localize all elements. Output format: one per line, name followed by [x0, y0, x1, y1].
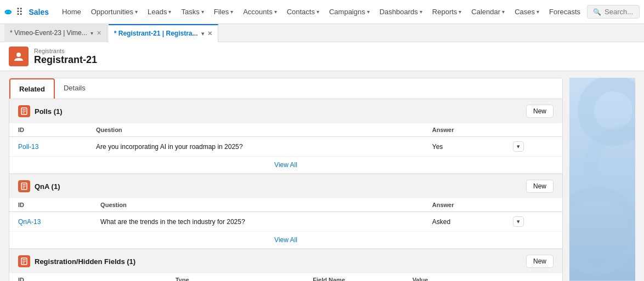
polls-row-answer: Yes	[423, 137, 504, 157]
tab-close-0[interactable]: ✕	[97, 30, 101, 37]
tab-details[interactable]: Details	[55, 78, 94, 99]
polls-new-button[interactable]: New	[526, 105, 553, 118]
registration-section: Registration/Hidden Fields (1) New ID Ty…	[9, 249, 562, 281]
qna-icon	[18, 180, 30, 192]
registration-title: Registration/Hidden Fields (1)	[18, 255, 135, 267]
page-header: Registrants Registrant-21	[0, 42, 644, 71]
polls-view-all-link[interactable]: View All	[274, 161, 297, 169]
page-header-label: Registrants	[34, 48, 97, 54]
decorative-bg	[569, 78, 635, 280]
app-name[interactable]: Sales	[29, 8, 49, 16]
qna-new-button[interactable]: New	[526, 180, 553, 193]
nav-opportunities[interactable]: Opportunities▾	[87, 5, 142, 18]
polls-col-action	[504, 123, 562, 137]
top-nav: ⠿ Sales Home Opportunities▾ Leads▾ Tasks…	[0, 0, 644, 24]
polls-col-question: Question	[87, 123, 423, 137]
tab-chevron-1[interactable]: ▾	[201, 31, 204, 37]
qna-row-action: ▾	[504, 212, 562, 232]
qna-col-action	[504, 198, 562, 212]
table-row: Poll-13 Are you incorporating AI in your…	[9, 137, 562, 157]
qna-row-answer: Asked	[423, 212, 504, 232]
qna-row-id: QnA-13	[9, 212, 92, 232]
tab-related[interactable]: Related	[9, 78, 55, 99]
table-row: QnA-13 What are the trends in the tech i…	[9, 212, 562, 232]
qna-col-id: ID	[9, 198, 92, 212]
page-header-title: Registrant-21	[34, 54, 97, 66]
polls-title: Polls (1)	[18, 105, 63, 117]
registration-new-button[interactable]: New	[526, 255, 553, 268]
polls-row-action: ▾	[504, 137, 562, 157]
registration-icon	[18, 255, 30, 267]
qna-section: QnA (1) New ID Question Answer QnA-13	[9, 174, 562, 249]
registrant-icon	[13, 51, 24, 62]
reg-col-id: ID	[9, 273, 167, 281]
reg-col-action	[505, 273, 562, 281]
nav-home[interactable]: Home	[58, 5, 86, 18]
polls-col-id: ID	[9, 123, 87, 137]
qna-title: QnA (1)	[18, 180, 60, 192]
main-content: Related Details Polls (1) N	[0, 71, 644, 281]
view-all-row: View All	[9, 157, 562, 174]
tab-vimeo-event[interactable]: * Vimeo-Event-23 | Vime... ▾ ✕	[4, 24, 108, 42]
qna-section-icon	[20, 182, 28, 190]
app-launcher-icon[interactable]: ⠿	[16, 6, 23, 18]
nav-leads[interactable]: Leads▾	[143, 5, 176, 18]
nav-tasks[interactable]: Tasks▾	[177, 5, 208, 18]
tab-close-1[interactable]: ✕	[207, 30, 212, 37]
qna-section-header: QnA (1) New	[9, 174, 562, 198]
polls-table: ID Question Answer Poll-13 Are you incor…	[9, 123, 562, 174]
polls-id-link[interactable]: Poll-13	[18, 143, 38, 151]
salesforce-logo	[4, 4, 12, 20]
qna-col-answer: Answer	[423, 198, 504, 212]
reg-col-type: Type	[167, 273, 304, 281]
nav-forecasts[interactable]: Forecasts	[545, 5, 585, 18]
polls-row-id: Poll-13	[9, 137, 87, 157]
polls-section: Polls (1) New ID Question Answer Poll-13	[9, 99, 562, 174]
nav-campaigns[interactable]: Campaigns▾	[325, 5, 374, 18]
qna-id-link[interactable]: QnA-13	[18, 218, 41, 226]
content-panel: Related Details Polls (1) N	[9, 78, 563, 281]
tab-registrant[interactable]: * Registrant-21 | Registra... ▾ ✕	[109, 24, 218, 42]
qna-table: ID Question Answer QnA-13 What are the t…	[9, 198, 562, 249]
svg-point-3	[7, 10, 9, 12]
nav-items: Home Opportunities▾ Leads▾ Tasks▾ Files▾…	[58, 5, 585, 18]
search-box[interactable]: 🔍	[587, 5, 640, 19]
polls-section-icon	[20, 107, 28, 115]
right-panel	[569, 78, 635, 281]
tab-bar: * Vimeo-Event-23 | Vime... ▾ ✕ * Registr…	[0, 24, 644, 42]
nav-cases[interactable]: Cases▾	[510, 5, 544, 18]
polls-icon	[18, 105, 30, 117]
content-tabs: Related Details	[9, 78, 562, 99]
polls-row-action-btn[interactable]: ▾	[513, 141, 524, 152]
registration-table: ID Type Field Name Value Registration-Fi…	[9, 273, 562, 281]
reg-col-value: Value	[404, 273, 505, 281]
nav-contacts[interactable]: Contacts▾	[283, 5, 324, 18]
nav-calendar[interactable]: Calendar▾	[467, 5, 509, 18]
tab-chevron-0[interactable]: ▾	[91, 30, 93, 36]
polls-section-header: Polls (1) New	[9, 99, 562, 123]
registration-section-header: Registration/Hidden Fields (1) New	[9, 249, 562, 273]
page-icon	[9, 47, 29, 66]
qna-row-action-btn[interactable]: ▾	[513, 216, 524, 227]
search-icon: 🔍	[593, 8, 601, 16]
registration-section-icon	[20, 257, 28, 265]
nav-accounts[interactable]: Accounts▾	[239, 5, 281, 18]
qna-col-question: Question	[92, 198, 423, 212]
search-input[interactable]	[605, 8, 634, 16]
polls-col-answer: Answer	[423, 123, 504, 137]
view-all-row: View All	[9, 232, 562, 249]
polls-row-question: Are you incorporating AI in your roadmap…	[87, 137, 423, 157]
nav-files[interactable]: Files▾	[210, 5, 238, 18]
qna-view-all-link[interactable]: View All	[274, 236, 297, 244]
page-header-text: Registrants Registrant-21	[34, 48, 97, 66]
qna-row-question: What are the trends in the tech industry…	[92, 212, 423, 232]
svg-point-4	[16, 53, 21, 57]
nav-reports[interactable]: Reports▾	[428, 5, 466, 18]
nav-dashboards[interactable]: Dashboards▾	[375, 5, 427, 18]
reg-col-fieldname: Field Name	[304, 273, 403, 281]
